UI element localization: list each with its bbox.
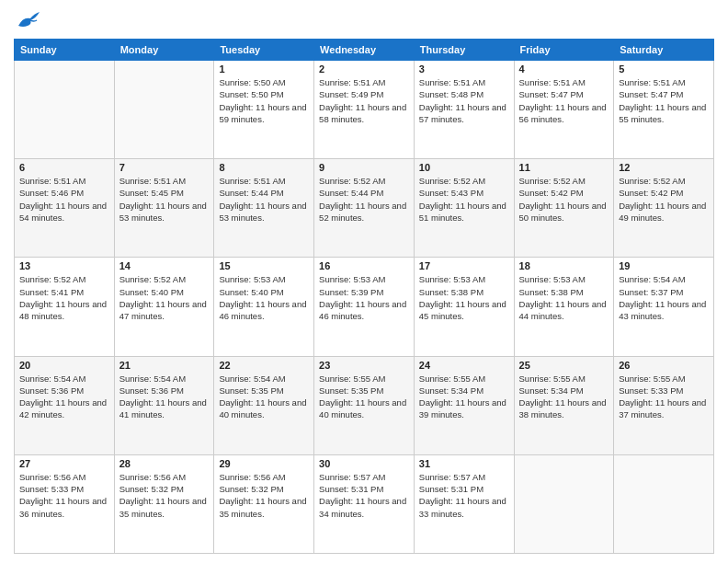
sunset-text: Sunset: 5:48 PM	[419, 89, 483, 99]
sunrise-text: Sunrise: 5:53 AM	[519, 274, 586, 284]
sunset-text: Sunset: 5:44 PM	[219, 188, 283, 198]
sunrise-text: Sunrise: 5:50 AM	[219, 77, 285, 87]
day-number: 28	[119, 458, 210, 469]
day-number: 11	[519, 162, 609, 173]
sunset-text: Sunset: 5:34 PM	[519, 385, 584, 396]
sunset-text: Sunset: 5:38 PM	[419, 287, 483, 297]
sunrise-text: Sunrise: 5:52 AM	[119, 274, 186, 284]
sunrise-text: Sunrise: 5:56 AM	[19, 472, 85, 482]
day-info: Sunrise: 5:52 AMSunset: 5:42 PMDaylight:…	[519, 175, 609, 224]
calendar-cell: 13Sunrise: 5:52 AMSunset: 5:41 PMDayligh…	[15, 258, 115, 356]
sunset-text: Sunset: 5:39 PM	[319, 287, 383, 297]
day-number: 26	[619, 360, 709, 371]
daylight-text: Daylight: 11 hours and 39 minutes.	[419, 397, 506, 419]
sunset-text: Sunset: 5:42 PM	[519, 188, 584, 198]
sunset-text: Sunset: 5:46 PM	[19, 188, 84, 198]
daylight-text: Daylight: 11 hours and 57 minutes.	[419, 102, 506, 124]
daylight-text: Daylight: 11 hours and 54 minutes.	[19, 201, 107, 223]
weekday-header-sunday: Sunday	[15, 40, 115, 61]
daylight-text: Daylight: 11 hours and 38 minutes.	[519, 397, 607, 419]
sunrise-text: Sunrise: 5:55 AM	[319, 373, 385, 384]
sunrise-text: Sunrise: 5:51 AM	[219, 176, 285, 186]
sunrise-text: Sunrise: 5:55 AM	[619, 373, 685, 384]
calendar-cell: 16Sunrise: 5:53 AMSunset: 5:39 PMDayligh…	[314, 258, 415, 356]
calendar-cell: 18Sunrise: 5:53 AMSunset: 5:38 PMDayligh…	[514, 258, 614, 356]
day-number: 31	[419, 458, 509, 469]
sunrise-text: Sunrise: 5:53 AM	[219, 274, 285, 284]
day-number: 2	[319, 63, 409, 75]
calendar-cell: 10Sunrise: 5:52 AMSunset: 5:43 PMDayligh…	[414, 159, 514, 258]
day-info: Sunrise: 5:55 AMSunset: 5:35 PMDaylight:…	[319, 373, 409, 421]
day-info: Sunrise: 5:51 AMSunset: 5:49 PMDaylight:…	[319, 76, 409, 125]
sunset-text: Sunset: 5:40 PM	[219, 287, 283, 297]
daylight-text: Daylight: 11 hours and 49 minutes.	[619, 201, 706, 223]
calendar-cell: 11Sunrise: 5:52 AMSunset: 5:42 PMDayligh…	[514, 159, 614, 258]
day-number: 16	[319, 260, 409, 271]
sunrise-text: Sunrise: 5:52 AM	[519, 176, 586, 186]
daylight-text: Daylight: 11 hours and 35 minutes.	[219, 496, 306, 518]
daylight-text: Daylight: 11 hours and 59 minutes.	[219, 102, 306, 124]
calendar-cell: 29Sunrise: 5:56 AMSunset: 5:32 PMDayligh…	[214, 454, 314, 553]
calendar-cell: 8Sunrise: 5:51 AMSunset: 5:44 PMDaylight…	[214, 159, 314, 258]
day-info: Sunrise: 5:57 AMSunset: 5:31 PMDaylight:…	[319, 471, 409, 520]
day-number: 24	[419, 360, 509, 371]
day-info: Sunrise: 5:51 AMSunset: 5:44 PMDaylight:…	[219, 175, 309, 224]
day-info: Sunrise: 5:52 AMSunset: 5:44 PMDaylight:…	[319, 175, 409, 224]
calendar-cell: 24Sunrise: 5:55 AMSunset: 5:34 PMDayligh…	[414, 356, 514, 454]
sunset-text: Sunset: 5:47 PM	[519, 89, 584, 99]
sunset-text: Sunset: 5:32 PM	[219, 484, 283, 494]
weekday-header-monday: Monday	[114, 40, 214, 61]
calendar-cell	[514, 454, 614, 553]
day-number: 29	[219, 458, 309, 469]
day-number: 8	[219, 162, 309, 173]
day-number: 14	[119, 260, 210, 271]
daylight-text: Daylight: 11 hours and 46 minutes.	[319, 299, 406, 321]
daylight-text: Daylight: 11 hours and 46 minutes.	[219, 299, 306, 321]
sunrise-text: Sunrise: 5:54 AM	[619, 274, 685, 284]
calendar-cell: 25Sunrise: 5:55 AMSunset: 5:34 PMDayligh…	[514, 356, 614, 454]
day-info: Sunrise: 5:50 AMSunset: 5:50 PMDaylight:…	[219, 76, 309, 125]
daylight-text: Daylight: 11 hours and 45 minutes.	[419, 299, 506, 321]
sunset-text: Sunset: 5:41 PM	[19, 287, 84, 297]
calendar-cell: 27Sunrise: 5:56 AMSunset: 5:33 PMDayligh…	[15, 454, 115, 553]
daylight-text: Daylight: 11 hours and 58 minutes.	[319, 102, 406, 124]
sunrise-text: Sunrise: 5:51 AM	[419, 77, 485, 87]
sunset-text: Sunset: 5:45 PM	[119, 188, 184, 198]
daylight-text: Daylight: 11 hours and 48 minutes.	[19, 299, 107, 321]
day-info: Sunrise: 5:53 AMSunset: 5:39 PMDaylight:…	[319, 273, 409, 322]
calendar-cell: 30Sunrise: 5:57 AMSunset: 5:31 PMDayligh…	[314, 454, 415, 553]
day-info: Sunrise: 5:51 AMSunset: 5:47 PMDaylight:…	[619, 76, 709, 125]
sunset-text: Sunset: 5:33 PM	[19, 484, 84, 494]
day-info: Sunrise: 5:54 AMSunset: 5:37 PMDaylight:…	[619, 273, 709, 322]
day-number: 9	[319, 162, 409, 173]
day-number: 5	[619, 63, 709, 75]
weekday-header-saturday: Saturday	[614, 40, 714, 61]
day-number: 21	[119, 360, 210, 371]
calendar-week-1: 1Sunrise: 5:50 AMSunset: 5:50 PMDaylight…	[15, 61, 714, 159]
calendar-cell: 7Sunrise: 5:51 AMSunset: 5:45 PMDaylight…	[114, 159, 214, 258]
sunrise-text: Sunrise: 5:55 AM	[519, 373, 586, 384]
day-number: 15	[219, 260, 309, 271]
calendar-cell: 20Sunrise: 5:54 AMSunset: 5:36 PMDayligh…	[15, 356, 115, 454]
sunset-text: Sunset: 5:32 PM	[119, 484, 184, 494]
sunset-text: Sunset: 5:44 PM	[319, 188, 383, 198]
sunset-text: Sunset: 5:47 PM	[619, 89, 683, 99]
sunset-text: Sunset: 5:34 PM	[419, 385, 483, 396]
daylight-text: Daylight: 11 hours and 40 minutes.	[319, 397, 406, 419]
daylight-text: Daylight: 11 hours and 42 minutes.	[19, 397, 107, 419]
sunset-text: Sunset: 5:40 PM	[119, 287, 184, 297]
daylight-text: Daylight: 11 hours and 41 minutes.	[119, 397, 207, 419]
sunrise-text: Sunrise: 5:53 AM	[419, 274, 485, 284]
day-number: 19	[619, 260, 709, 271]
sunset-text: Sunset: 5:33 PM	[619, 385, 683, 396]
daylight-text: Daylight: 11 hours and 53 minutes.	[219, 201, 306, 223]
sunset-text: Sunset: 5:36 PM	[19, 385, 84, 396]
day-info: Sunrise: 5:52 AMSunset: 5:40 PMDaylight:…	[119, 273, 210, 322]
page: SundayMondayTuesdayWednesdayThursdayFrid…	[0, 0, 728, 563]
calendar-body: 1Sunrise: 5:50 AMSunset: 5:50 PMDaylight…	[15, 61, 714, 554]
daylight-text: Daylight: 11 hours and 53 minutes.	[119, 201, 207, 223]
calendar-cell	[114, 61, 214, 159]
day-number: 4	[519, 63, 609, 75]
sunset-text: Sunset: 5:49 PM	[319, 89, 383, 99]
calendar-cell: 21Sunrise: 5:54 AMSunset: 5:36 PMDayligh…	[114, 356, 214, 454]
